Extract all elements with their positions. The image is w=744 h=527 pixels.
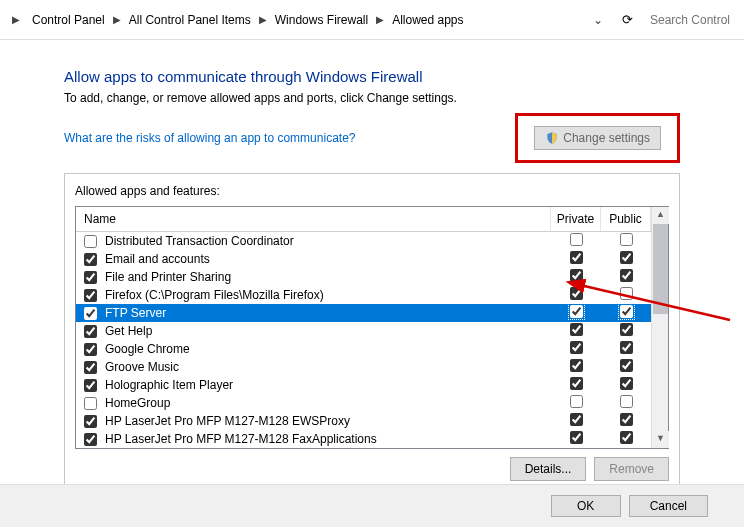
public-checkbox[interactable] (620, 233, 633, 246)
row-name-cell: Groove Music (76, 360, 551, 375)
public-checkbox[interactable] (620, 287, 633, 300)
row-name-cell: Get Help (76, 324, 551, 339)
scroll-down-icon[interactable]: ▼ (652, 431, 669, 448)
row-public-cell (601, 359, 651, 375)
row-enable-checkbox[interactable] (84, 307, 97, 320)
row-name-label: HomeGroup (105, 396, 170, 410)
row-enable-checkbox[interactable] (84, 361, 97, 374)
row-enable-checkbox[interactable] (84, 271, 97, 284)
row-enable-checkbox[interactable] (84, 433, 97, 446)
public-checkbox[interactable] (620, 413, 633, 426)
table-row[interactable]: Google Chrome (76, 340, 651, 358)
ok-button[interactable]: OK (551, 495, 621, 517)
row-name-cell: HP LaserJet Pro MFP M127-M128 FaxApplica… (76, 432, 551, 447)
chevron-right-icon[interactable]: ▶ (8, 14, 24, 25)
public-checkbox[interactable] (620, 269, 633, 282)
private-checkbox[interactable] (570, 341, 583, 354)
breadcrumb-item[interactable]: All Control Panel Items (125, 11, 255, 29)
private-checkbox[interactable] (570, 305, 583, 318)
breadcrumb: Control Panel ▶ All Control Panel Items … (28, 11, 583, 29)
public-checkbox[interactable] (620, 377, 633, 390)
chevron-right-icon[interactable]: ▶ (109, 14, 125, 25)
public-checkbox[interactable] (620, 305, 633, 318)
row-name-label: Groove Music (105, 360, 179, 374)
page-description: To add, change, or remove allowed apps a… (64, 91, 680, 105)
row-private-cell (551, 305, 601, 321)
cancel-button[interactable]: Cancel (629, 495, 708, 517)
row-enable-checkbox[interactable] (84, 235, 97, 248)
breadcrumb-item[interactable]: Allowed apps (388, 11, 467, 29)
private-checkbox[interactable] (570, 233, 583, 246)
table-row[interactable]: Get Help (76, 322, 651, 340)
table-row[interactable]: HP LaserJet Pro MFP M127-M128 EWSProxy (76, 412, 651, 430)
row-enable-checkbox[interactable] (84, 343, 97, 356)
private-checkbox[interactable] (570, 395, 583, 408)
row-private-cell (551, 233, 601, 249)
row-public-cell (601, 341, 651, 357)
history-dropdown-icon[interactable]: ⌄ (587, 13, 609, 27)
table-row[interactable]: Distributed Transaction Coordinator (76, 232, 651, 250)
row-enable-checkbox[interactable] (84, 325, 97, 338)
private-checkbox[interactable] (570, 269, 583, 282)
chevron-right-icon[interactable]: ▶ (372, 14, 388, 25)
row-enable-checkbox[interactable] (84, 397, 97, 410)
public-checkbox[interactable] (620, 251, 633, 264)
remove-button[interactable]: Remove (594, 457, 669, 481)
public-checkbox[interactable] (620, 341, 633, 354)
table-row[interactable]: Holographic Item Player (76, 376, 651, 394)
chevron-right-icon[interactable]: ▶ (255, 14, 271, 25)
row-name-label: Holographic Item Player (105, 378, 233, 392)
row-name-label: Distributed Transaction Coordinator (105, 234, 294, 248)
row-enable-checkbox[interactable] (84, 415, 97, 428)
public-checkbox[interactable] (620, 395, 633, 408)
row-public-cell (601, 377, 651, 393)
row-name-cell: Email and accounts (76, 252, 551, 267)
table-header: Name Private Public (76, 207, 651, 232)
breadcrumb-item[interactable]: Windows Firewall (271, 11, 372, 29)
public-checkbox[interactable] (620, 359, 633, 372)
row-public-cell (601, 413, 651, 429)
column-public[interactable]: Public (601, 207, 651, 231)
table-row[interactable]: Email and accounts (76, 250, 651, 268)
private-checkbox[interactable] (570, 287, 583, 300)
table-row[interactable]: HomeGroup (76, 394, 651, 412)
address-bar: ▶ Control Panel ▶ All Control Panel Item… (0, 0, 744, 40)
private-checkbox[interactable] (570, 359, 583, 372)
table-row[interactable]: FTP Server (76, 304, 651, 322)
details-button[interactable]: Details... (510, 457, 587, 481)
search-input[interactable] (646, 9, 736, 31)
scroll-thumb[interactable] (653, 224, 668, 314)
row-private-cell (551, 431, 601, 447)
row-name-label: FTP Server (105, 306, 166, 320)
table-row[interactable]: Firefox (C:\Program Files\Mozilla Firefo… (76, 286, 651, 304)
private-checkbox[interactable] (570, 413, 583, 426)
public-checkbox[interactable] (620, 323, 633, 336)
column-private[interactable]: Private (551, 207, 601, 231)
row-enable-checkbox[interactable] (84, 253, 97, 266)
column-name[interactable]: Name (76, 207, 551, 231)
public-checkbox[interactable] (620, 431, 633, 444)
table-row[interactable]: Groove Music (76, 358, 651, 376)
risk-link[interactable]: What are the risks of allowing an app to… (64, 131, 355, 145)
row-name-label: Get Help (105, 324, 152, 338)
row-enable-checkbox[interactable] (84, 289, 97, 302)
private-checkbox[interactable] (570, 377, 583, 390)
private-checkbox[interactable] (570, 323, 583, 336)
refresh-button[interactable]: ⟳ (613, 7, 642, 32)
change-settings-button[interactable]: Change settings (534, 126, 661, 150)
row-private-cell (551, 287, 601, 303)
row-public-cell (601, 323, 651, 339)
row-private-cell (551, 251, 601, 267)
private-checkbox[interactable] (570, 251, 583, 264)
row-public-cell (601, 233, 651, 249)
row-name-label: HP LaserJet Pro MFP M127-M128 EWSProxy (105, 414, 350, 428)
row-enable-checkbox[interactable] (84, 379, 97, 392)
row-public-cell (601, 431, 651, 447)
scrollbar[interactable]: ▲ ▼ (651, 207, 668, 448)
scroll-up-icon[interactable]: ▲ (652, 207, 669, 224)
table-row[interactable]: File and Printer Sharing (76, 268, 651, 286)
dialog-button-bar: OK Cancel (0, 484, 744, 527)
private-checkbox[interactable] (570, 431, 583, 444)
table-row[interactable]: HP LaserJet Pro MFP M127-M128 FaxApplica… (76, 430, 651, 448)
breadcrumb-item[interactable]: Control Panel (28, 11, 109, 29)
